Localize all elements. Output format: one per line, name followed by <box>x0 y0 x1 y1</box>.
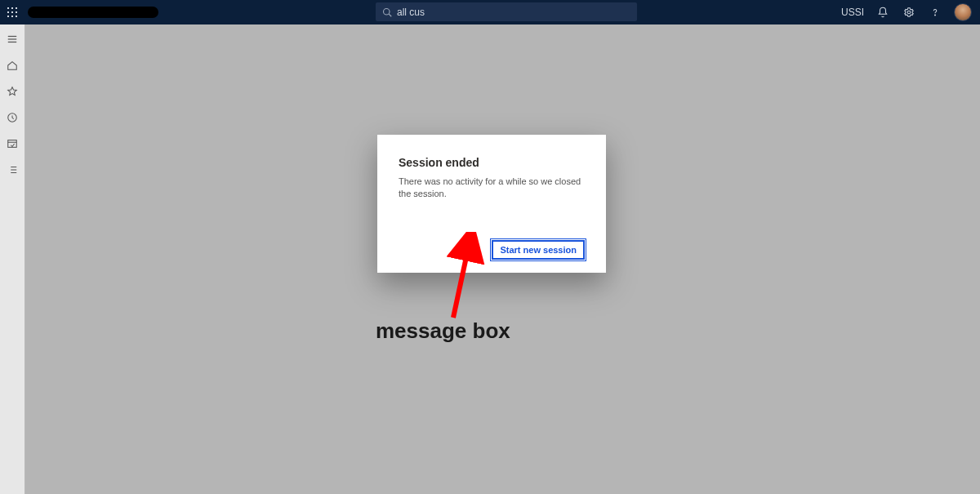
svg-rect-7 <box>11 16 13 17</box>
left-sidebar <box>0 24 25 494</box>
svg-rect-6 <box>7 16 9 17</box>
recent-icon[interactable] <box>4 109 20 126</box>
svg-point-11 <box>907 11 911 14</box>
start-new-session-button[interactable]: Start new session <box>492 240 585 260</box>
favorites-icon[interactable] <box>4 83 20 100</box>
svg-rect-8 <box>16 16 17 17</box>
hamburger-icon[interactable] <box>4 31 20 47</box>
workspace-icon[interactable] <box>4 136 20 152</box>
svg-rect-4 <box>11 11 13 13</box>
global-search[interactable] <box>376 2 637 21</box>
svg-line-10 <box>389 14 391 16</box>
app-launcher-icon[interactable] <box>0 0 24 24</box>
org-label: USSI <box>841 7 864 18</box>
redacted-logo <box>28 7 158 18</box>
svg-point-12 <box>935 15 936 16</box>
dialog-title: Session ended <box>399 156 585 169</box>
dialog-footer: Start new session <box>399 240 585 260</box>
svg-point-9 <box>384 8 390 15</box>
home-icon[interactable] <box>4 57 20 73</box>
top-navbar: USSI <box>0 0 980 24</box>
user-avatar[interactable] <box>954 3 972 21</box>
svg-rect-2 <box>16 7 17 9</box>
topbar-right-group: USSI <box>841 3 980 21</box>
gear-icon[interactable] <box>902 5 916 20</box>
modules-icon[interactable] <box>4 162 20 178</box>
notifications-icon[interactable] <box>875 5 890 20</box>
svg-rect-1 <box>11 7 13 9</box>
svg-rect-3 <box>7 11 9 13</box>
search-input[interactable] <box>397 7 630 18</box>
search-icon <box>382 7 392 17</box>
help-icon[interactable] <box>928 5 942 20</box>
dialog-message: There was no activity for a while so we … <box>399 176 585 201</box>
svg-rect-0 <box>7 7 9 9</box>
svg-rect-5 <box>16 11 17 13</box>
session-ended-dialog: Session ended There was no activity for … <box>377 135 606 273</box>
